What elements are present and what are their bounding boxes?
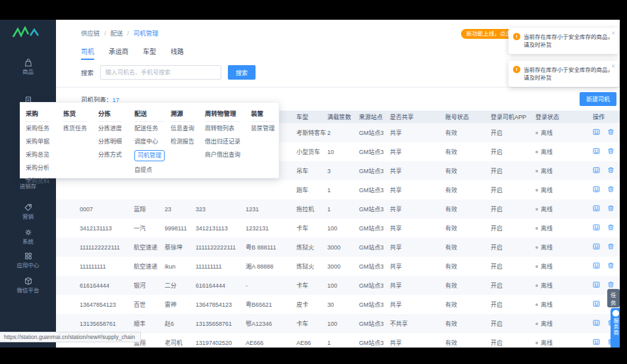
delete-driver-icon[interactable] (607, 147, 615, 155)
cell-carrier: 航空速递 (134, 238, 165, 257)
menu-item[interactable]: 自提点 (134, 163, 165, 176)
cell-login-status: 离线 (535, 333, 593, 348)
tab-vehicle-type[interactable]: 车型 (143, 46, 156, 60)
breadcrumb-delivery[interactable]: 配送 (110, 30, 123, 37)
breadcrumb-separator: / (104, 30, 106, 37)
tab-carrier[interactable]: 承运商 (109, 46, 128, 60)
login-status-text: 离线 (541, 225, 553, 232)
edit-driver-icon[interactable] (593, 224, 601, 232)
edit-driver-icon[interactable] (593, 262, 601, 270)
breadcrumb-supply-chain[interactable]: 供应链 (81, 30, 100, 37)
cell-driver-account: 3412131113 (56, 219, 134, 238)
toast-text: 当前存在库存小于安全库存的商品，请及时补货 (524, 33, 613, 49)
tab-driver[interactable]: 司机 (81, 46, 94, 60)
menu-item[interactable]: 分拣明细 (98, 135, 122, 148)
cell-max-baskets: 1 (327, 199, 359, 219)
cell-plate-number: 粤B 888111 (246, 238, 296, 257)
delete-driver-icon[interactable] (607, 243, 615, 251)
supply-chain-mega-menu: 采购 采购任务 采购单据 采购总览 采购分析 采购资料 拣货 拣货任务 分拣 分… (20, 102, 279, 178)
offline-dot (535, 151, 538, 153)
task-floating-button[interactable]: 任务 (607, 289, 620, 307)
cell-login-status: 离线 (535, 123, 593, 142)
service-tab-label: 服务商 (612, 318, 619, 336)
cell-account-status: 有效 (445, 333, 491, 348)
cell-carrier: 银河 (134, 276, 165, 295)
menu-item[interactable]: 采购任务 (26, 122, 49, 135)
cell-login-status: 离线 (535, 314, 593, 333)
cell-driver-name (165, 180, 196, 199)
cell-driver-account: 111111111 (56, 257, 134, 276)
cell-shared: 共享 (390, 238, 445, 257)
tab-route[interactable]: 线路 (171, 46, 184, 60)
table-row: 跑车 1 GM站点3 共享 有效 开启 离线 (56, 180, 620, 199)
menu-item[interactable]: 周转物列表 (205, 122, 240, 135)
login-status-text: 离线 (541, 244, 553, 251)
edit-driver-icon[interactable] (593, 186, 601, 194)
menu-item[interactable]: 商户借出查询 (205, 148, 240, 161)
menu-item[interactable]: 检测报告 (171, 135, 194, 148)
edit-driver-icon[interactable] (593, 205, 601, 213)
cell-actions (593, 123, 620, 142)
cell-driver-account: 1111122222111 (56, 238, 134, 257)
close-icon[interactable]: × (611, 30, 615, 38)
cell-account-status: 有效 (445, 199, 491, 219)
menu-item[interactable]: 采购单据 (26, 135, 49, 148)
menu-item[interactable]: 分拣进度 (98, 122, 122, 135)
edit-driver-icon[interactable] (593, 281, 601, 289)
stock-warning-toast: ! 当前存在库存小于安全库存的商品，请及时补货 × (508, 28, 618, 54)
cell-phone (196, 180, 246, 199)
sidebar-item-marketing[interactable]: 营销 (0, 203, 56, 220)
edit-driver-icon[interactable] (593, 128, 601, 136)
menu-item[interactable]: 分拣方式 (98, 148, 122, 161)
menu-item[interactable]: 装筐管理 (251, 122, 275, 135)
delete-driver-icon[interactable] (607, 186, 615, 194)
close-icon[interactable]: × (611, 63, 615, 70)
create-driver-button[interactable]: 新建司机 (580, 92, 616, 106)
table-row: 3412131113 一汽 9998111 3412131113 1232131… (56, 219, 620, 238)
delete-driver-icon[interactable] (607, 167, 615, 174)
cell-vehicle-type: 考斯特客车 (296, 123, 327, 142)
sidebar-item-wechat-platform[interactable]: 微信平台 (0, 276, 56, 294)
edit-driver-icon[interactable] (593, 300, 601, 308)
delete-driver-icon[interactable] (607, 281, 615, 289)
edit-driver-icon[interactable] (593, 147, 601, 155)
delete-driver-icon[interactable] (607, 205, 615, 213)
edit-driver-icon[interactable] (593, 243, 601, 251)
offline-dot (535, 170, 538, 172)
sidebar-item-system[interactable]: 系统 (0, 228, 56, 245)
search-input[interactable] (100, 65, 221, 80)
menu-item[interactable]: 采购总览 (26, 148, 49, 161)
menu-item[interactable]: 配送任务 (134, 122, 165, 135)
menu-item-driver-management[interactable]: 司机管理 (134, 150, 165, 161)
cell-plate-number: 湘A 88888 (246, 257, 296, 276)
menu-item[interactable]: 采购资料 (26, 174, 49, 188)
menu-item[interactable]: 采购分析 (26, 161, 49, 174)
cell-actions (593, 199, 620, 219)
menu-item[interactable]: 信息查询 (171, 122, 194, 135)
login-status-text: 离线 (541, 187, 553, 194)
menu-item[interactable]: 拣货任务 (63, 122, 87, 135)
menu-item[interactable]: 借出归还记录 (205, 135, 240, 148)
cell-vehicle-type: 炼狱火 (296, 238, 327, 257)
service-floating-tab[interactable]: 服务商 (611, 308, 620, 348)
table-row: 13647854123 百世 雷神 13647854123 粤B65621 皮卡… (56, 295, 620, 314)
cell-shared: 共享 (390, 123, 445, 142)
cell-source-station: GM站点3 (359, 142, 390, 161)
edit-driver-icon[interactable] (593, 319, 601, 327)
sidebar-item-goods[interactable]: 商品 (0, 58, 56, 75)
edit-driver-icon[interactable] (593, 167, 601, 174)
cell-login-app: 开启 (491, 295, 535, 314)
edit-driver-icon[interactable] (593, 338, 601, 346)
cell-carrier: 一汽 (134, 219, 165, 238)
breadcrumb-driver-management[interactable]: 司机管理 (133, 30, 158, 37)
delete-driver-icon[interactable] (607, 128, 615, 136)
search-button[interactable]: 搜索 (228, 65, 256, 80)
menu-item[interactable]: 调度中心 (134, 135, 165, 148)
delete-driver-icon[interactable] (607, 262, 615, 270)
login-status-text: 离线 (541, 130, 553, 136)
cell-max-baskets: 1 (327, 333, 359, 348)
cell-login-app: 开启 (491, 142, 535, 161)
delete-driver-icon[interactable] (607, 224, 615, 232)
sidebar-item-app-center[interactable]: 应用中心 (0, 251, 56, 269)
bag-icon (24, 58, 33, 67)
